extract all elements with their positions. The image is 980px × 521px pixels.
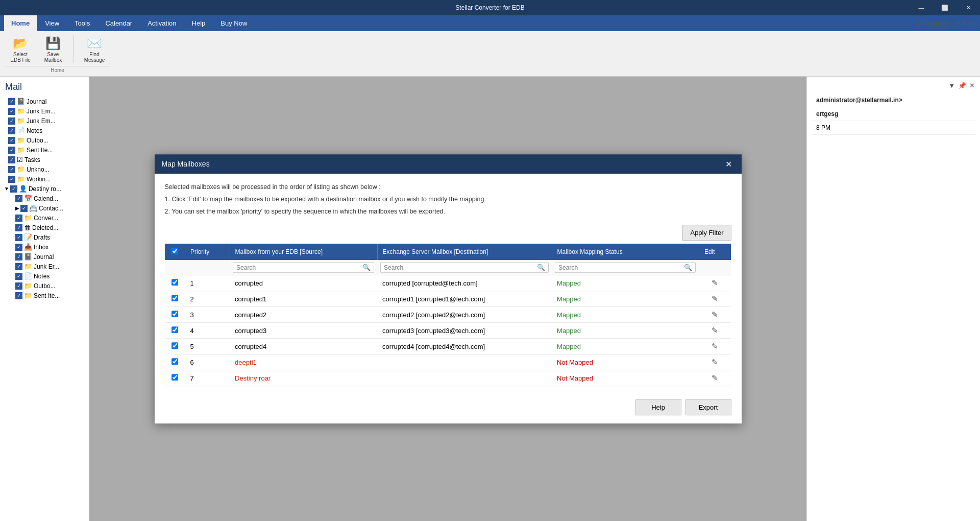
sidebar-item-outbox[interactable]: ✓ 📁 Outbo... xyxy=(0,135,89,145)
tab-tools[interactable]: Tools xyxy=(67,15,97,31)
table-row: 2corrupted1corrupted1 [corrupted1@tech.c… xyxy=(165,291,731,307)
language-control[interactable]: ▲ Language xyxy=(914,20,949,27)
row-3-edit-cell: ✎ xyxy=(699,307,731,323)
maximize-btn[interactable]: ⬜ xyxy=(933,0,957,15)
outbox-checkbox[interactable]: ✓ xyxy=(8,137,15,144)
sidebar-item-working[interactable]: ✓ 📁 Workin... xyxy=(0,174,89,184)
sidebar-item-sent2[interactable]: ✓ 📁 Sent Ite... xyxy=(0,291,89,300)
table-row: 1corruptedcorrupted [corrupted@tech.com]… xyxy=(165,275,731,291)
modal-body: Selected mailboxes will be processed in … xyxy=(155,174,742,394)
row-5-checkbox[interactable] xyxy=(172,342,178,349)
sidebar-item-conver[interactable]: ✓ 📁 Conver... xyxy=(0,213,89,223)
search-dest-input[interactable] xyxy=(384,264,537,271)
inbox-checkbox[interactable]: ✓ xyxy=(15,244,22,251)
tasks-checkbox[interactable]: ✓ xyxy=(8,156,15,163)
save-mailbox-button[interactable]: 💾 SaveMailbox xyxy=(38,33,68,65)
working-icon: 📁 xyxy=(17,175,25,183)
row-6-edit-cell: ✎ xyxy=(699,354,731,370)
row-2-edit-button[interactable]: ✎ xyxy=(704,294,726,303)
row-3-edit-button[interactable]: ✎ xyxy=(704,310,726,319)
tab-home[interactable]: Home xyxy=(4,15,37,31)
help-button[interactable]: Help xyxy=(635,399,681,415)
row-4-checkbox[interactable] xyxy=(172,326,178,333)
panel-close-btn[interactable]: ✕ xyxy=(969,82,975,89)
row-7-edit-button[interactable]: ✎ xyxy=(704,373,726,383)
sent2-checkbox[interactable]: ✓ xyxy=(15,292,22,299)
sidebar-item-sent[interactable]: ✓ 📁 Sent Ite... xyxy=(0,145,89,155)
apply-filter-button[interactable]: Apply Filter xyxy=(682,225,731,241)
minimize-btn[interactable]: — xyxy=(910,0,933,15)
row-6-checkbox[interactable] xyxy=(172,358,178,365)
notes2-checkbox[interactable]: ✓ xyxy=(15,273,22,280)
tab-help[interactable]: Help xyxy=(185,15,213,31)
drafts-icon: 📝 xyxy=(24,233,32,241)
sidebar-item-inbox[interactable]: ✓ 📥 Inbox xyxy=(0,242,89,252)
drafts-checkbox[interactable]: ✓ xyxy=(15,234,22,241)
tab-buynow[interactable]: Buy Now xyxy=(213,15,254,31)
panel-collapse-btn[interactable]: ▼ xyxy=(948,82,955,89)
notes-checkbox[interactable]: ✓ xyxy=(8,127,15,134)
row-4-edit-button[interactable]: ✎ xyxy=(704,326,726,335)
style-control[interactable]: ✦ Style xyxy=(955,20,976,27)
sidebar-item-notes2[interactable]: ✓ 📄 Notes xyxy=(0,271,89,281)
row-2-checkbox[interactable] xyxy=(172,295,178,301)
close-btn[interactable]: ✕ xyxy=(957,0,980,15)
sidebar-item-unknown[interactable]: ✓ 📁 Unkno... xyxy=(0,164,89,174)
destiny-checkbox[interactable]: ✓ xyxy=(10,185,17,193)
row-7-checkbox[interactable] xyxy=(172,374,178,381)
sidebar-item-journal[interactable]: ✓ 📓 Journal xyxy=(0,97,89,106)
find-message-button[interactable]: ✉️ FindMessage xyxy=(79,33,110,65)
row-6-edit-button[interactable]: ✎ xyxy=(704,358,726,367)
row-checkbox-cell xyxy=(165,307,185,323)
sidebar-item-deleted[interactable]: ✓ 🗑 Deleted... xyxy=(0,223,89,232)
sidebar-item-junk3[interactable]: ✓ 📁 Junk Er... xyxy=(0,262,89,271)
ribbon-right-controls: ▲ Language ✦ Style xyxy=(914,15,976,31)
tab-calendar[interactable]: Calendar xyxy=(98,15,139,31)
working-checkbox[interactable]: ✓ xyxy=(8,176,15,183)
contacts-checkbox[interactable]: ✓ xyxy=(20,205,28,212)
conver-checkbox[interactable]: ✓ xyxy=(15,215,22,222)
junk3-checkbox[interactable]: ✓ xyxy=(15,263,22,270)
row-4-status: Mapped xyxy=(552,323,699,339)
sidebar-item-outbox2[interactable]: ✓ 📁 Outbo... xyxy=(0,281,89,291)
export-button[interactable]: Export xyxy=(685,399,731,415)
sent-checkbox[interactable]: ✓ xyxy=(8,147,15,154)
search-empty-3 xyxy=(699,260,731,275)
search-source-input[interactable] xyxy=(236,264,362,271)
search-source-icon: 🔍 xyxy=(362,264,371,271)
sidebar-item-drafts[interactable]: ✓ 📝 Drafts xyxy=(0,232,89,242)
row-1-checkbox[interactable] xyxy=(172,279,178,286)
journal-checkbox[interactable]: ✓ xyxy=(8,98,15,105)
junk1-checkbox[interactable]: ✓ xyxy=(8,108,15,115)
select-all-checkbox[interactable] xyxy=(172,248,178,254)
unknown-checkbox[interactable]: ✓ xyxy=(8,166,15,173)
row-1-edit-button[interactable]: ✎ xyxy=(704,278,726,288)
outbox2-checkbox[interactable]: ✓ xyxy=(15,282,22,290)
sidebar-item-calendar[interactable]: ✓ 📅 Calend... xyxy=(0,194,89,203)
junk2-checkbox[interactable]: ✓ xyxy=(8,117,15,125)
sidebar-item-contacts[interactable]: ▶ ✓ 📇 Contac... xyxy=(0,203,89,213)
sidebar-item-tasks[interactable]: ✓ ☑ Tasks xyxy=(0,155,89,164)
row-4-destination: corrupted3 [corrupted3@tech.com] xyxy=(377,323,552,339)
app-title: Stellar Converter for EDB xyxy=(455,4,524,11)
panel-pin-btn[interactable]: 📌 xyxy=(958,82,966,89)
sidebar-item-notes[interactable]: ✓ 📄 Notes xyxy=(0,126,89,135)
select-edb-file-button[interactable]: 📂 SelectEDB File xyxy=(5,33,36,65)
tab-view[interactable]: View xyxy=(38,15,66,31)
modal-title: Map Mailboxes xyxy=(162,160,210,168)
sidebar-item-junk1[interactable]: ✓ 📁 Junk Em... xyxy=(0,106,89,116)
col-source: Mailbox from your EDB [Source] xyxy=(230,244,377,260)
find-message-icon: ✉️ xyxy=(86,35,103,52)
row-3-checkbox[interactable] xyxy=(172,311,178,317)
row-1-source: corrupted xyxy=(230,275,377,291)
search-status-input[interactable] xyxy=(558,264,684,271)
sidebar-item-journal2[interactable]: ✓ 📓 Journal xyxy=(0,252,89,262)
deleted-checkbox[interactable]: ✓ xyxy=(15,224,22,231)
row-5-edit-button[interactable]: ✎ xyxy=(704,342,726,351)
calendar-checkbox[interactable]: ✓ xyxy=(15,195,22,202)
sidebar-item-junk2[interactable]: ✓ 📁 Junk Em... xyxy=(0,116,89,126)
tab-activation[interactable]: Activation xyxy=(140,15,183,31)
modal-close-button[interactable]: ✕ xyxy=(723,158,734,170)
sidebar-item-destiny[interactable]: ▼ ✓ 👤 Destiny ro... xyxy=(0,184,89,194)
journal2-checkbox[interactable]: ✓ xyxy=(15,253,22,260)
